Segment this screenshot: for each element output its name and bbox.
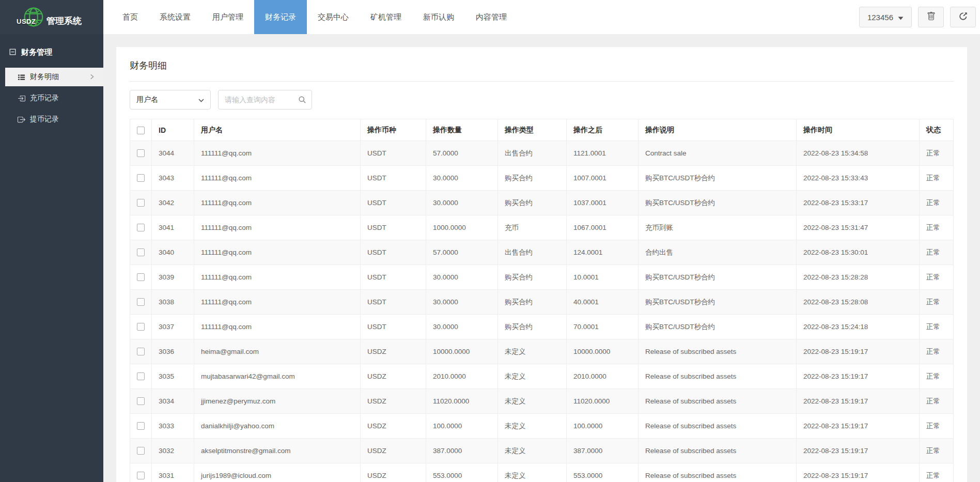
row-checkbox[interactable] <box>137 199 145 207</box>
export-button[interactable] <box>950 7 976 27</box>
cell-type: 未定义 <box>498 439 567 463</box>
cell-time: 2022-08-23 15:28:28 <box>797 265 920 290</box>
cell-id: 3044 <box>152 141 194 166</box>
cell-amount: 30.0000 <box>426 191 498 215</box>
row-checkbox[interactable] <box>137 149 145 157</box>
caret-down-icon <box>898 13 904 22</box>
cell-username: 111111@qq.com <box>194 290 361 315</box>
export-icon <box>959 12 968 22</box>
trash-button[interactable] <box>918 7 944 27</box>
table-row: 3031 jurijs1989@icloud.com USDZ 553.0000… <box>130 463 954 482</box>
filter-row: 用户名 <box>130 90 954 110</box>
cell-username: danialkhilji@yahoo.com <box>194 414 361 439</box>
sidebar-section-finance[interactable]: 财务管理 <box>0 34 103 68</box>
cell-type: 出售合约 <box>498 240 567 265</box>
cell-after: 1067.0001 <box>567 215 639 240</box>
nav-tab-trade-center[interactable]: 交易中心 <box>307 0 360 34</box>
row-checkbox[interactable] <box>137 273 145 281</box>
cell-username: 111111@qq.com <box>194 166 361 191</box>
sidebar-item-deposit-records[interactable]: 充币记录 <box>5 89 103 107</box>
search-icon[interactable] <box>298 96 306 104</box>
row-checkbox[interactable] <box>137 248 145 256</box>
app-title: 管理系统 <box>46 15 82 27</box>
row-select-cell <box>130 166 152 191</box>
nav-tab-new-coin-subscription[interactable]: 新币认购 <box>412 0 465 34</box>
sidebar-item-finance-detail[interactable]: 财务明细 <box>5 68 103 86</box>
cell-time: 2022-08-23 15:19:17 <box>797 389 920 414</box>
cell-time: 2022-08-23 15:28:08 <box>797 290 920 315</box>
cell-id: 3037 <box>152 315 194 339</box>
nav-tab-content-management[interactable]: 内容管理 <box>465 0 518 34</box>
cell-description: Release of subscribed assets <box>639 439 797 463</box>
cell-coin: USDT <box>361 240 426 265</box>
row-checkbox[interactable] <box>137 323 145 331</box>
sidebar: 财务管理 财务明细 充币记录 提币记录 <box>0 34 103 482</box>
field-select[interactable]: 用户名 <box>130 90 211 110</box>
row-checkbox[interactable] <box>137 447 145 455</box>
row-select-cell <box>130 315 152 339</box>
cell-type: 未定义 <box>498 463 567 482</box>
table-row: 3035 mujtabasarwari42@gmail.com USDZ 201… <box>130 364 954 389</box>
cell-amount: 30.0000 <box>426 166 498 191</box>
row-select-cell <box>130 339 152 364</box>
row-checkbox[interactable] <box>137 472 145 479</box>
row-checkbox[interactable] <box>137 174 145 182</box>
row-checkbox[interactable] <box>137 298 145 306</box>
nav-tab-user-management[interactable]: 用户管理 <box>201 0 254 34</box>
cell-after: 1037.0001 <box>567 191 639 215</box>
nav-tab-home[interactable]: 首页 <box>112 0 149 34</box>
col-header-id: ID <box>152 119 194 141</box>
cell-type: 购买合约 <box>498 166 567 191</box>
cell-amount: 1000.0000 <box>426 215 498 240</box>
search-input[interactable] <box>225 96 295 104</box>
cell-username: 111111@qq.com <box>194 315 361 339</box>
cell-type: 购买合约 <box>498 265 567 290</box>
table-row: 3032 akselptitmonstre@gmail.com USDZ 387… <box>130 439 954 463</box>
nav-tab-mining-management[interactable]: 矿机管理 <box>360 0 412 34</box>
cell-after: 1121.0001 <box>567 141 639 166</box>
cell-status: 正常 <box>920 364 954 389</box>
cell-status: 正常 <box>920 315 954 339</box>
sign-out-icon <box>18 115 26 123</box>
cell-description: 购买BTC/USDT秒合约 <box>639 265 797 290</box>
nav-tab-system-settings[interactable]: 系统设置 <box>149 0 201 34</box>
row-checkbox[interactable] <box>137 224 145 231</box>
cell-amount: 387.0000 <box>426 439 498 463</box>
select-all-checkbox[interactable] <box>137 127 145 134</box>
cell-description: 购买BTC/USDT秒合约 <box>639 290 797 315</box>
cell-amount: 30.0000 <box>426 265 498 290</box>
cell-time: 2022-08-23 15:19:17 <box>797 364 920 389</box>
globe-icon: USDZ <box>22 5 45 29</box>
sidebar-item-withdraw-records[interactable]: 提币记录 <box>5 110 103 129</box>
chevron-down-icon <box>198 96 204 104</box>
sidebar-item-label: 财务明细 <box>30 72 59 82</box>
cell-coin: USDT <box>361 166 426 191</box>
cell-coin: USDZ <box>361 414 426 439</box>
cell-id: 3042 <box>152 191 194 215</box>
col-header-coin: 操作币种 <box>361 119 426 141</box>
table-row: 3040 111111@qq.com USDT 57.0000 出售合约 124… <box>130 240 954 265</box>
user-menu-button[interactable]: 123456 <box>859 7 912 27</box>
row-checkbox[interactable] <box>137 397 145 405</box>
row-checkbox[interactable] <box>137 422 145 430</box>
sidebar-menu: 财务明细 充币记录 提币记录 <box>0 68 103 129</box>
nav-tab-finance-records[interactable]: 财务记录 <box>254 0 307 34</box>
cell-status: 正常 <box>920 240 954 265</box>
cell-description: Release of subscribed assets <box>639 463 797 482</box>
row-select-cell <box>130 463 152 482</box>
cell-coin: USDZ <box>361 339 426 364</box>
row-select-cell <box>130 141 152 166</box>
table-row: 3034 jjimenez@perymuz.com USDZ 11020.000… <box>130 389 954 414</box>
cell-id: 3038 <box>152 290 194 315</box>
cell-description: 购买BTC/USDT秒合约 <box>639 315 797 339</box>
cell-amount: 30.0000 <box>426 290 498 315</box>
row-select-cell <box>130 364 152 389</box>
cell-time: 2022-08-23 15:24:18 <box>797 315 920 339</box>
records-table: ID用户名操作币种操作数量操作类型操作之后操作说明操作时间状态 3044 111… <box>130 119 954 482</box>
cell-status: 正常 <box>920 290 954 315</box>
cell-coin: USDT <box>361 290 426 315</box>
row-checkbox[interactable] <box>137 348 145 355</box>
cell-coin: USDT <box>361 191 426 215</box>
main-content: 财务明细 用户名 <box>103 34 980 482</box>
row-checkbox[interactable] <box>137 372 145 380</box>
